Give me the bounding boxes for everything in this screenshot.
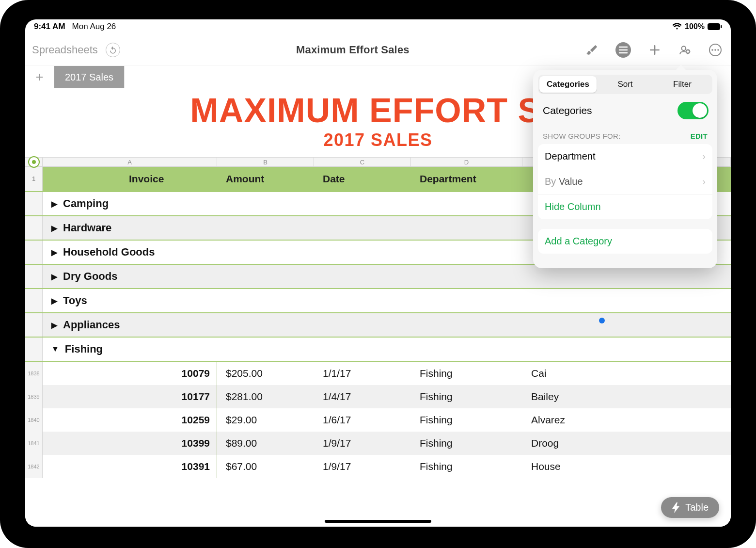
document-title[interactable]: Maximum Effort Sales: [296, 44, 410, 56]
collaborate-button[interactable]: [678, 44, 691, 56]
table-selector-handle[interactable]: [28, 156, 40, 168]
group-label: Hardware: [63, 222, 111, 234]
tab-categories[interactable]: Categories: [539, 76, 597, 93]
cell[interactable]: 10079: [140, 362, 217, 385]
col-letter[interactable]: B: [217, 158, 314, 166]
cell[interactable]: Fishing: [411, 432, 522, 455]
cell[interactable]: 1/6/17: [314, 408, 411, 432]
keyboard-shortcut-button[interactable]: Table: [661, 497, 719, 518]
group-by-label: Department: [545, 151, 596, 162]
disclosure-right-icon: ▶: [51, 296, 57, 306]
cell[interactable]: 10259: [140, 408, 217, 432]
home-indicator[interactable]: [325, 520, 431, 523]
float-button-label: Table: [685, 502, 709, 513]
table-row[interactable]: 1841 10399 $89.00 1/9/17 Fishing Droog: [25, 432, 731, 455]
svg-rect-1: [721, 25, 722, 28]
cell[interactable]: $67.00: [217, 455, 314, 478]
hide-column-label: Hide Column: [545, 201, 601, 212]
table-row[interactable]: 1838 10079 $205.00 1/1/17 Fishing Cai: [25, 362, 731, 385]
row-number[interactable]: 1841: [25, 432, 43, 455]
organize-icon: [618, 46, 628, 54]
col-header[interactable]: Department: [411, 167, 522, 191]
cell[interactable]: 10177: [140, 385, 217, 408]
cell[interactable]: Fishing: [411, 385, 522, 408]
paintbrush-icon: [585, 44, 598, 56]
edit-button[interactable]: EDIT: [691, 132, 708, 140]
cell[interactable]: Fishing: [411, 408, 522, 432]
col-header[interactable]: Amount: [217, 167, 314, 191]
section-header: SHOW GROUPS FOR:: [543, 132, 621, 140]
disclosure-right-icon: ▶: [51, 199, 57, 209]
cell[interactable]: 1/4/17: [314, 385, 411, 408]
group-label: Household Goods: [63, 246, 155, 258]
group-row[interactable]: ▶Appliances: [25, 312, 731, 337]
sheet-tab-active[interactable]: 2017 Sales: [54, 66, 124, 88]
cell[interactable]: Cai: [522, 362, 731, 385]
group-row[interactable]: ▶Toys: [25, 288, 731, 312]
cell[interactable]: $281.00: [217, 385, 314, 408]
group-label: Camping: [63, 197, 109, 210]
format-button[interactable]: [585, 44, 598, 56]
cell[interactable]: $205.00: [217, 362, 314, 385]
organize-popover: Categories Sort Filter Categories SHOW G…: [533, 70, 717, 268]
col-letter[interactable]: A: [43, 158, 217, 166]
group-row-expanded[interactable]: ▼Fishing: [25, 337, 731, 361]
disclosure-right-icon: ▶: [51, 248, 57, 257]
table-row[interactable]: 1842 10391 $67.00 1/9/17 Fishing House: [25, 455, 731, 478]
col-letter[interactable]: C: [314, 158, 411, 166]
more-icon: [709, 43, 722, 57]
row-number[interactable]: 1840: [25, 408, 43, 432]
cell[interactable]: Fishing: [411, 362, 522, 385]
row-number[interactable]: 1839: [25, 385, 43, 408]
cell[interactable]: $29.00: [217, 408, 314, 432]
svg-point-5: [711, 49, 713, 51]
disclosure-down-icon: ▼: [51, 345, 59, 354]
back-button[interactable]: Spreadsheets: [32, 44, 98, 56]
group-label: Appliances: [63, 319, 120, 331]
by-prefix: By: [545, 176, 556, 187]
row-number[interactable]: 1838: [25, 362, 43, 385]
cell[interactable]: Fishing: [411, 455, 522, 478]
svg-point-7: [717, 49, 719, 51]
tab-sort[interactable]: Sort: [597, 76, 654, 93]
undo-icon: [109, 46, 117, 54]
undo-button[interactable]: [106, 43, 120, 57]
cell[interactable]: $89.00: [217, 432, 314, 455]
insert-button[interactable]: [648, 44, 661, 56]
cell[interactable]: Bailey: [522, 385, 731, 408]
group-by-row[interactable]: Department ›: [538, 144, 712, 169]
cell[interactable]: Droog: [522, 432, 731, 455]
cell[interactable]: 1/9/17: [314, 455, 411, 478]
table-row[interactable]: 1840 10259 $29.00 1/6/17 Fishing Alvarez: [25, 408, 731, 432]
col-header[interactable]: Date: [314, 167, 411, 191]
organize-button[interactable]: [615, 42, 631, 58]
more-button[interactable]: [709, 43, 722, 57]
cell[interactable]: 1/1/17: [314, 362, 411, 385]
table-row[interactable]: 1839 10177 $281.00 1/4/17 Fishing Bailey: [25, 385, 731, 408]
hide-column-button[interactable]: Hide Column: [538, 194, 712, 219]
group-by-method-row[interactable]: By Value ›: [538, 169, 712, 194]
add-category-button[interactable]: Add a Category: [538, 229, 712, 254]
categories-toggle[interactable]: [677, 102, 709, 119]
col-letter[interactable]: D: [411, 158, 522, 166]
cell[interactable]: House: [522, 455, 731, 478]
col-header[interactable]: Invoice: [120, 167, 217, 191]
cell[interactable]: 1/9/17: [314, 432, 411, 455]
status-date: Mon Aug 26: [72, 22, 116, 32]
add-sheet-button[interactable]: +: [25, 66, 54, 88]
group-label: Toys: [63, 294, 87, 307]
chevron-right-icon: ›: [702, 151, 706, 162]
group-label: Fishing: [65, 343, 103, 355]
add-category-label: Add a Category: [545, 236, 612, 247]
row-number[interactable]: 1: [25, 167, 43, 191]
app-toolbar: Spreadsheets Maximum Effort Sales: [25, 34, 731, 66]
disclosure-right-icon: ▶: [51, 321, 57, 330]
disclosure-right-icon: ▶: [51, 224, 57, 233]
tab-filter[interactable]: Filter: [654, 76, 711, 93]
screen: 9:41 AM Mon Aug 26 100% Spreadsheets: [25, 19, 731, 527]
selection-handle[interactable]: [599, 318, 605, 323]
cell[interactable]: Alvarez: [522, 408, 731, 432]
cell[interactable]: 10391: [140, 455, 217, 478]
row-number[interactable]: 1842: [25, 455, 43, 478]
cell[interactable]: 10399: [140, 432, 217, 455]
